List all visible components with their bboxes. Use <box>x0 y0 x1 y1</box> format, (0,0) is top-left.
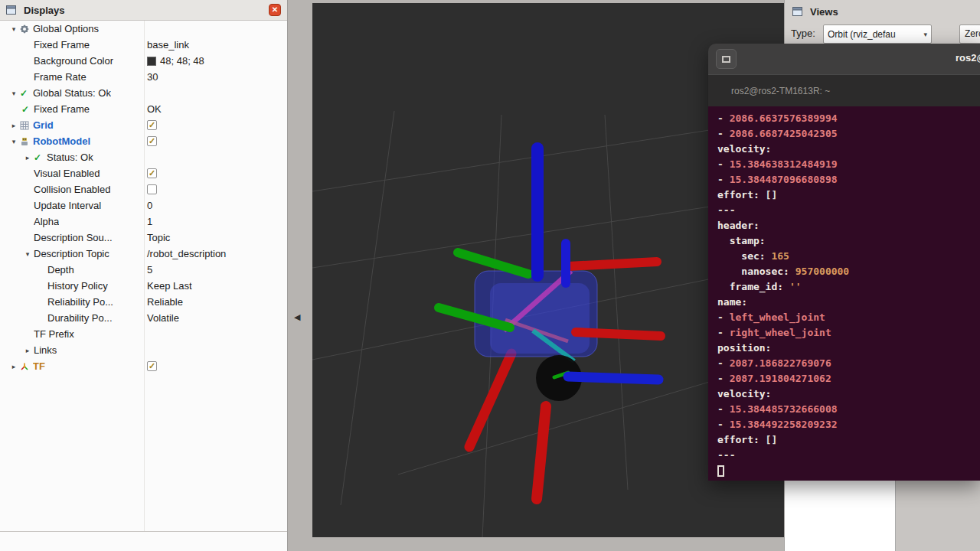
terminal-line: --- <box>717 203 980 218</box>
value-text: Topic <box>147 232 170 243</box>
terminal-line: - 2086.6687425042305 <box>717 126 980 142</box>
checkbox-tf[interactable]: ✓ <box>147 361 157 371</box>
tf-icon <box>20 362 33 371</box>
property-value[interactable]: base_link <box>147 37 189 53</box>
terminal-text: 957000000 <box>789 266 849 277</box>
close-icon[interactable]: ✕ <box>269 4 281 16</box>
displays-panel-icon <box>6 5 19 15</box>
property-value[interactable]: Volatile <box>147 310 179 326</box>
terminal-text: sec: <box>717 250 766 262</box>
checkbox-robotmodel[interactable]: ✓ <box>147 136 157 146</box>
zero-button[interactable]: Zero <box>959 24 980 44</box>
expander-icon[interactable]: ▸ <box>8 363 20 370</box>
value-text: OK <box>147 103 162 115</box>
terminal-cursor <box>717 465 724 477</box>
new-tab-icon <box>722 56 730 63</box>
terminal-line: nanosec: 957000000 <box>717 264 980 279</box>
terminal-text: 15.384638312484919 <box>730 158 838 170</box>
displays-panel-header[interactable]: Displays ✕ <box>0 0 287 21</box>
terminal-text: --- <box>717 449 735 461</box>
terminal-text: effort: <box>717 189 760 201</box>
checkbox-collision-enabled[interactable] <box>147 184 157 194</box>
property-value[interactable]: Keep Last <box>147 278 192 294</box>
grid-icon <box>20 121 33 130</box>
view-type-value: Orbit (rviz_defau <box>828 29 896 40</box>
gear-icon <box>20 24 33 34</box>
terminal-tab-bar[interactable]: ros2@ros2-TM1613R: ~ <box>708 74 980 106</box>
property-value[interactable]: 48; 48; 48 <box>147 53 204 69</box>
color-swatch <box>147 57 156 66</box>
property-label: Global Options <box>33 23 99 34</box>
terminal-line: - 2086.6637576389994 <box>717 111 980 126</box>
terminal-text: 2087.191804271062 <box>730 373 831 384</box>
property-value[interactable]: /robot_description <box>147 246 226 262</box>
property-value <box>147 181 157 197</box>
expander-icon[interactable]: ▸ <box>21 347 34 354</box>
expander-icon[interactable]: ▾ <box>8 138 20 145</box>
views-panel-header[interactable]: Views <box>785 0 980 23</box>
property-value[interactable]: 1 <box>147 214 152 230</box>
terminal-text: left_wheel_joint <box>730 311 825 323</box>
checkbox-visual-enabled[interactable]: ✓ <box>147 168 157 178</box>
property-value[interactable]: 30 <box>147 69 158 85</box>
terminal-text: - <box>717 128 730 139</box>
terminal-text: 15.384492258209232 <box>730 419 838 430</box>
tree-column-divider <box>144 21 145 531</box>
views-controls: Type: Orbit (rviz_defau ▾ Zero <box>785 23 980 46</box>
terminal-text: - <box>717 327 730 338</box>
terminal-text: - <box>717 357 730 369</box>
panel-splitter-handle[interactable]: ◀ <box>294 312 300 322</box>
displays-panel-title: Displays <box>24 5 264 16</box>
property-value[interactable]: OK <box>147 101 162 117</box>
expander-icon[interactable]: ▾ <box>21 250 34 258</box>
expander-icon[interactable]: ▾ <box>8 90 20 97</box>
terminal-tab-title: ros2@ros2-TM1613R: ~ <box>731 86 830 96</box>
property-value[interactable]: 5 <box>147 262 152 278</box>
terminal-line: - 2087.186822769076 <box>717 356 980 371</box>
expander-icon[interactable]: ▾ <box>8 25 20 33</box>
property-value[interactable]: Topic <box>147 230 170 246</box>
terminal-line: - 15.384487096680898 <box>717 172 980 187</box>
chevron-down-icon: ▾ <box>923 31 927 38</box>
terminal-text: velocity: <box>717 388 771 399</box>
robot-model <box>439 148 661 499</box>
property-label: Description Sou... <box>34 232 113 243</box>
expander-icon[interactable]: ▸ <box>8 122 20 129</box>
value-text: 1 <box>147 216 152 227</box>
view-type-combo[interactable]: Orbit (rviz_defau ▾ <box>823 24 932 44</box>
robot-icon <box>20 137 33 146</box>
terminal-text: frame_id: <box>717 281 783 292</box>
property-label: Collision Enabled <box>34 184 110 195</box>
terminal-line: - 2087.191804271062 <box>717 371 980 386</box>
rviz-window: Displays ✕ ▾Global OptionsFixed Framebas… <box>0 0 980 551</box>
terminal-text: stamp: <box>717 235 766 246</box>
property-value[interactable]: Reliable <box>147 294 183 310</box>
new-tab-button[interactable] <box>716 49 737 69</box>
checkbox-grid[interactable]: ✓ <box>147 120 157 130</box>
terminal-text: - <box>717 311 730 323</box>
terminal-text: - <box>717 112 730 124</box>
expander-icon[interactable]: ▸ <box>21 154 34 161</box>
value-text: 5 <box>147 264 152 276</box>
terminal-text: velocity: <box>717 143 771 155</box>
property-value: ✓ <box>147 117 157 133</box>
terminal-text: [] <box>760 434 777 445</box>
terminal-titlebar[interactable]: ros2@ <box>708 44 980 74</box>
view-type-label: Type: <box>791 28 815 39</box>
terminal-window[interactable]: ros2@ ros2@ros2-TM1613R: ~ - 2086.663757… <box>708 44 980 481</box>
property-label: Links <box>34 344 57 356</box>
terminal-line: - 15.384638312484919 <box>717 157 980 172</box>
terminal-text: - <box>717 419 730 430</box>
terminal-text: - <box>717 158 730 170</box>
terminal-text: 15.384485732666008 <box>730 403 838 415</box>
terminal-line <box>717 463 980 478</box>
terminal-text: 2087.186822769076 <box>730 357 831 369</box>
property-value[interactable]: 0 <box>147 197 152 214</box>
terminal-line: frame_id: '' <box>717 279 980 295</box>
property-label: RobotModel <box>33 135 90 147</box>
terminal-text: nanosec: <box>717 266 789 277</box>
terminal-output[interactable]: - 2086.6637576389994- 2086.6687425042305… <box>708 106 980 481</box>
property-label: TF Prefix <box>34 328 74 340</box>
value-text: 0 <box>147 200 152 211</box>
property-label: Alpha <box>34 216 59 227</box>
